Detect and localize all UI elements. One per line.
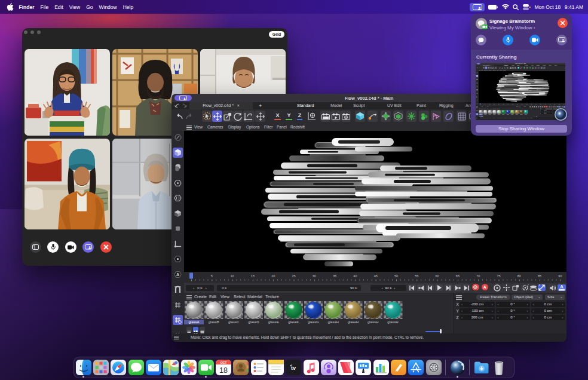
svg-text:90: 90 <box>558 274 562 278</box>
svg-text:5: 5 <box>485 104 485 105</box>
svg-text:35: 35 <box>333 274 336 278</box>
svg-text:A: A <box>564 106 565 106</box>
svg-text:70: 70 <box>545 104 546 105</box>
svg-text:45: 45 <box>374 274 378 278</box>
svg-text:15: 15 <box>494 104 495 105</box>
svg-text:85: 85 <box>559 104 560 105</box>
svg-text:5: 5 <box>211 274 213 278</box>
svg-text:18: 18 <box>219 366 228 375</box>
svg-text:25: 25 <box>292 274 295 278</box>
svg-text:35: 35 <box>512 104 513 105</box>
svg-text:20: 20 <box>498 104 500 105</box>
svg-text:OCT: OCT <box>220 361 227 364</box>
svg-text:60: 60 <box>436 274 439 278</box>
svg-text:55: 55 <box>415 274 418 278</box>
svg-text:tv: tv <box>291 365 296 371</box>
svg-text:40: 40 <box>517 104 518 105</box>
svg-text:30: 30 <box>508 104 509 105</box>
svg-text:70: 70 <box>476 274 480 278</box>
svg-text:A: A <box>176 272 179 277</box>
svg-text:55: 55 <box>531 104 532 105</box>
svg-text:80: 80 <box>517 274 521 278</box>
svg-text:90: 90 <box>564 104 565 105</box>
svg-text:10: 10 <box>489 104 490 105</box>
svg-text:80: 80 <box>554 104 555 105</box>
svg-text:75: 75 <box>497 274 500 278</box>
svg-text:60: 60 <box>535 104 537 105</box>
svg-text:15: 15 <box>251 274 255 278</box>
svg-text:10: 10 <box>231 274 234 278</box>
svg-text:85: 85 <box>538 274 541 278</box>
svg-text:65: 65 <box>540 104 541 105</box>
svg-text:25: 25 <box>503 104 504 105</box>
svg-text:20: 20 <box>271 274 275 278</box>
svg-text:65: 65 <box>456 274 460 278</box>
svg-text:A: A <box>560 284 563 289</box>
svg-text:40: 40 <box>353 274 357 278</box>
svg-text:50: 50 <box>526 104 528 105</box>
svg-text:30: 30 <box>313 274 316 278</box>
svg-text:50: 50 <box>394 274 398 278</box>
svg-text:75: 75 <box>550 104 551 105</box>
svg-text:45: 45 <box>522 104 523 105</box>
